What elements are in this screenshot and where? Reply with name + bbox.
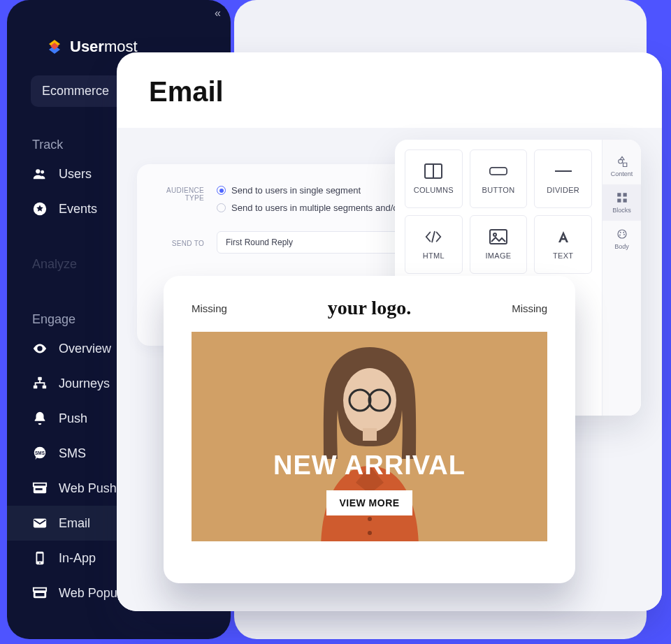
- bell-icon: [32, 411, 48, 426]
- divider-icon: [554, 163, 572, 179]
- logo-text: Usermost: [70, 38, 138, 56]
- audience-opt2-text: Send to users in multiple segments and/o…: [231, 203, 410, 213]
- content-tab-icon: [616, 155, 628, 168]
- block-html[interactable]: HTML: [405, 215, 463, 274]
- nav-label: Events: [59, 202, 97, 217]
- svg-rect-10: [34, 483, 46, 487]
- svg-point-32: [623, 234, 625, 235]
- svg-rect-17: [34, 588, 46, 592]
- block-label: HTML: [423, 251, 445, 260]
- svg-point-24: [493, 233, 496, 236]
- browser-icon: [32, 481, 48, 496]
- preview-missing-left: Missing: [192, 302, 227, 314]
- image-icon: [489, 229, 507, 244]
- svg-rect-25: [617, 193, 621, 196]
- svg-rect-11: [36, 488, 43, 490]
- svg-rect-27: [617, 199, 621, 203]
- hero-banner: NEW ARRIVAL VIEW MORE: [192, 332, 547, 541]
- block-label: COLUMNS: [414, 186, 454, 194]
- radio-checked-icon: [217, 186, 226, 195]
- workspace-label: Ecommerce: [42, 84, 109, 98]
- tab-content[interactable]: Content: [603, 148, 641, 184]
- flow-icon: [32, 376, 48, 391]
- svg-rect-21: [490, 168, 507, 175]
- email-preview-card: Missing your logo. Missing NEW ARRIVAL V…: [164, 276, 575, 583]
- block-image[interactable]: IMAGE: [470, 215, 528, 274]
- hero-headline: NEW ARRIVAL: [192, 451, 547, 481]
- svg-point-40: [368, 517, 372, 521]
- audience-option-multiple[interactable]: Send to users in multiple segments and/o…: [217, 203, 410, 213]
- button-icon: [489, 163, 507, 179]
- svg-rect-6: [43, 386, 46, 389]
- svg-point-3: [38, 347, 41, 350]
- svg-point-29: [618, 230, 626, 238]
- block-button[interactable]: BUTTON: [470, 149, 528, 208]
- eye-icon: [32, 341, 48, 356]
- svg-rect-14: [37, 554, 42, 562]
- nav-label: Journeys: [59, 376, 110, 391]
- svg-point-30: [619, 232, 621, 233]
- audience-opt1-text: Send to users in single segment: [231, 185, 361, 196]
- svg-point-33: [619, 235, 621, 236]
- phone-icon: [32, 550, 48, 566]
- logo-mark-icon: [46, 38, 63, 55]
- sendto-value: First Round Reply: [226, 237, 293, 247]
- block-label: TEXT: [553, 251, 573, 260]
- svg-rect-4: [38, 377, 42, 381]
- tab-body[interactable]: Body: [603, 221, 641, 257]
- html-icon: [424, 229, 442, 244]
- tab-label: Body: [614, 243, 629, 250]
- preview-logo-placeholder: your logo.: [328, 297, 411, 319]
- blocks-tab-icon: [616, 191, 628, 204]
- audience-option-single[interactable]: Send to users in single segment: [217, 185, 410, 196]
- nav-label: In-App: [59, 551, 96, 566]
- popup-icon: [32, 585, 48, 601]
- svg-rect-28: [623, 199, 626, 203]
- sms-icon: SMS: [32, 446, 48, 461]
- body-tab-icon: [616, 228, 628, 240]
- hero-cta-button[interactable]: VIEW MORE: [326, 490, 412, 515]
- users-icon: [32, 166, 48, 182]
- tab-blocks[interactable]: Blocks: [603, 184, 641, 221]
- text-icon: [554, 229, 572, 244]
- nav-label: Email: [59, 516, 90, 531]
- svg-point-31: [623, 232, 624, 233]
- sendto-label: SEND TO: [147, 240, 204, 247]
- svg-point-1: [41, 170, 44, 174]
- block-columns[interactable]: COLUMNS: [405, 149, 463, 208]
- radio-unchecked-icon: [217, 203, 226, 212]
- mail-icon: [32, 515, 48, 531]
- preview-missing-right: Missing: [512, 302, 547, 314]
- svg-rect-38: [363, 428, 377, 441]
- block-label: DIVIDER: [547, 186, 579, 194]
- palette-tabs: Content Blocks Body: [602, 140, 641, 416]
- nav-label: Web Push: [59, 481, 117, 496]
- svg-point-41: [368, 531, 372, 535]
- nav-label: SMS: [59, 446, 86, 461]
- svg-rect-23: [490, 230, 507, 244]
- block-label: IMAGE: [486, 251, 512, 260]
- svg-rect-26: [623, 193, 626, 196]
- columns-icon: [424, 163, 442, 179]
- svg-text:SMS: SMS: [35, 451, 45, 455]
- block-label: BUTTON: [482, 186, 515, 194]
- tab-label: Content: [611, 170, 633, 177]
- svg-point-0: [36, 169, 40, 173]
- svg-rect-18: [36, 593, 45, 597]
- block-divider[interactable]: DIVIDER: [534, 149, 592, 208]
- svg-rect-5: [34, 386, 38, 389]
- audience-type-label: AUDIENCE TYPE: [147, 186, 204, 202]
- star-circle-icon: [32, 201, 48, 217]
- tab-label: Blocks: [612, 207, 631, 214]
- block-text[interactable]: TEXT: [534, 215, 592, 274]
- nav-label: Push: [59, 411, 87, 426]
- svg-point-15: [39, 562, 41, 564]
- nav-label: Web Popup: [59, 586, 124, 601]
- page-title: Email: [149, 76, 662, 108]
- collapse-icon[interactable]: «: [215, 7, 221, 20]
- nav-label: Users: [59, 167, 92, 182]
- nav-label: Overview: [59, 342, 111, 356]
